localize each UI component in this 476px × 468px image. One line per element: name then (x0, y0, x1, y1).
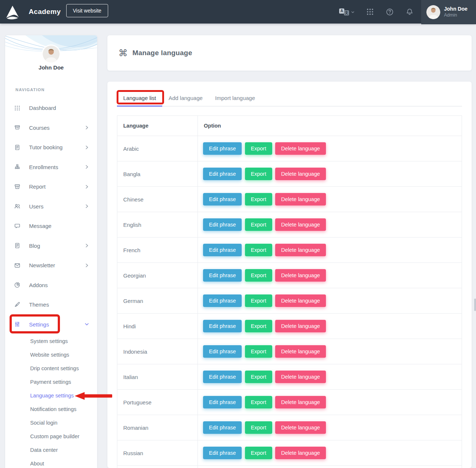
delete-language-button[interactable]: Delete language (275, 421, 326, 434)
submenu-item-language-settings[interactable]: Language settings (5, 389, 97, 402)
sidebar-avatar (43, 46, 60, 62)
edit-phrase-button[interactable]: Edit phrase (203, 142, 242, 155)
visit-website-button[interactable]: Visit website (66, 4, 108, 17)
navbar-actions: A 文 (339, 0, 414, 24)
submenu-item-website-settings[interactable]: Website settings (5, 348, 97, 361)
edit-phrase-button[interactable]: Edit phrase (203, 168, 242, 180)
tab-import-language[interactable]: Import language (209, 90, 261, 107)
delete-language-button[interactable]: Delete language (275, 269, 326, 282)
sidebar-item-message[interactable]: Message (5, 216, 97, 236)
delete-language-button[interactable]: Delete language (275, 320, 326, 332)
export-button[interactable]: Export (245, 371, 272, 383)
delete-language-button[interactable]: Delete language (275, 345, 326, 358)
apps-grid-icon[interactable] (366, 8, 374, 16)
export-button[interactable]: Export (245, 345, 272, 358)
chevron-right-icon (85, 243, 89, 248)
export-button[interactable]: Export (245, 320, 272, 332)
delete-language-button[interactable]: Delete language (275, 244, 326, 256)
newsletter-icon (14, 262, 21, 269)
language-table: Language Option Arabic Edit phrase Expor… (117, 115, 462, 468)
edit-phrase-button[interactable]: Edit phrase (203, 218, 242, 231)
export-button[interactable]: Export (245, 218, 272, 231)
table-row-italian: Italian Edit phrase Export Delete langua… (117, 364, 462, 390)
submenu-item-drip-content-settings[interactable]: Drip content settings (5, 361, 97, 375)
edit-phrase-button[interactable]: Edit phrase (203, 269, 242, 282)
table-row-chinese: Chinese Edit phrase Export Delete langua… (117, 187, 462, 212)
edit-phrase-button[interactable]: Edit phrase (203, 193, 242, 206)
page-title: Manage language (132, 49, 192, 57)
chevron-right-icon (85, 185, 89, 189)
user-menu[interactable]: John Doe Admin (421, 0, 476, 24)
language-name: English (117, 212, 198, 237)
submenu-item-data-center[interactable]: Data center (5, 443, 97, 457)
help-icon[interactable] (386, 8, 394, 16)
submenu-item-custom-page-builder[interactable]: Custom page builder (5, 429, 97, 443)
sidebar-item-settings[interactable]: Settings (5, 315, 97, 335)
delete-language-button[interactable]: Delete language (275, 168, 326, 180)
export-button[interactable]: Export (245, 244, 272, 256)
sidebar-item-courses[interactable]: Courses (5, 118, 97, 138)
sidebar-item-dashboard[interactable]: Dashboard (5, 98, 97, 118)
edit-phrase-button[interactable]: Edit phrase (203, 396, 242, 408)
chevron-down-icon (85, 322, 89, 326)
edit-phrase-button[interactable]: Edit phrase (203, 294, 242, 307)
sidebar-item-newsletter[interactable]: Newsletter (5, 256, 97, 275)
sidebar-item-tutor-booking[interactable]: Tutor booking (5, 137, 97, 157)
delete-language-button[interactable]: Delete language (275, 294, 326, 307)
submenu-item-payment-settings[interactable]: Payment settings (5, 375, 97, 389)
sidebar-item-themes[interactable]: Themes (5, 295, 97, 315)
export-button[interactable]: Export (245, 447, 272, 459)
sidebar-item-report[interactable]: Report (5, 177, 97, 197)
delete-language-button[interactable]: Delete language (275, 447, 326, 459)
user-name: John Doe (444, 6, 468, 12)
language-name: Italian (117, 364, 198, 390)
export-button[interactable]: Export (245, 294, 272, 307)
submenu-item-notification-settings[interactable]: Notification settings (5, 402, 97, 416)
edit-phrase-button[interactable]: Edit phrase (203, 371, 242, 383)
blog-icon (14, 242, 21, 249)
export-button[interactable]: Export (245, 421, 272, 434)
language-switcher-icon[interactable]: A 文 (339, 8, 355, 15)
settings-submenu: System settingsWebsite settingsDrip cont… (5, 334, 97, 468)
message-icon (14, 223, 21, 229)
submenu-item-system-settings[interactable]: System settings (5, 334, 97, 348)
edit-phrase-button[interactable]: Edit phrase (203, 244, 242, 256)
chevron-right-icon (85, 165, 89, 169)
edit-phrase-button[interactable]: Edit phrase (203, 345, 242, 358)
sidebar-item-users[interactable]: Users (5, 197, 97, 217)
export-button[interactable]: Export (245, 168, 272, 180)
notifications-bell-icon[interactable] (405, 8, 414, 16)
delete-language-button[interactable]: Delete language (275, 396, 326, 408)
tutor-booking-icon (14, 144, 21, 151)
tab-language-list[interactable]: Language list (117, 90, 162, 107)
table-row-romanian: Romanian Edit phrase Export Delete langu… (117, 415, 462, 440)
delete-language-button[interactable]: Delete language (275, 218, 326, 231)
themes-icon (14, 301, 21, 308)
academy-logo-icon[interactable] (4, 4, 21, 19)
submenu-item-social-login[interactable]: Social login (5, 416, 97, 429)
tab-add-language[interactable]: Add language (162, 90, 209, 107)
command-icon: ⌘ (118, 49, 128, 58)
export-button[interactable]: Export (245, 396, 272, 408)
edit-phrase-button[interactable]: Edit phrase (203, 447, 242, 459)
delete-language-button[interactable]: Delete language (275, 142, 326, 155)
export-button[interactable]: Export (245, 269, 272, 282)
delete-language-button[interactable]: Delete language (275, 193, 326, 206)
edit-phrase-button[interactable]: Edit phrase (203, 421, 242, 434)
dashboard-icon (14, 105, 21, 111)
user-avatar (426, 5, 440, 19)
sidebar-item-enrollments[interactable]: Enrollments (5, 157, 97, 177)
submenu-item-about[interactable]: About (5, 457, 97, 468)
edit-phrase-button[interactable]: Edit phrase (203, 320, 242, 332)
scrollbar-thumb[interactable] (474, 299, 476, 311)
top-navbar: Academy Visit website A 文 John Doe Admin (0, 0, 476, 24)
sidebar-item-addons[interactable]: Addons (5, 275, 97, 295)
brand-name[interactable]: Academy (29, 0, 61, 24)
export-button[interactable]: Export (245, 142, 272, 155)
chevron-right-icon (85, 125, 89, 130)
delete-language-button[interactable]: Delete language (275, 371, 326, 383)
table-row-russian: Russian Edit phrase Export Delete langua… (117, 440, 462, 466)
export-button[interactable]: Export (245, 193, 272, 206)
sidebar-nav: Dashboard Courses Tutor booking Enrollme… (5, 98, 97, 334)
sidebar-item-blog[interactable]: Blog (5, 236, 97, 256)
